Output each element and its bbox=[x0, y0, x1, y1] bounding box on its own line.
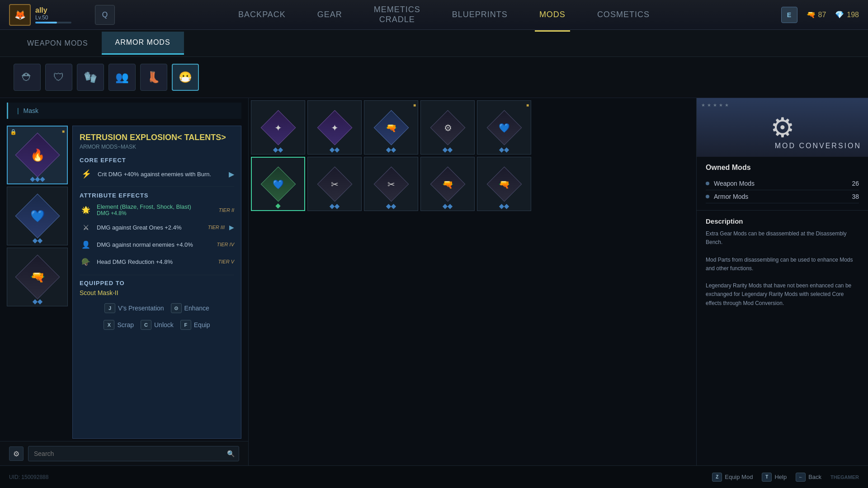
nav-item-memetics[interactable]: MEMETICSCRADLE bbox=[369, 3, 425, 27]
corner-mark-1-5: ■ bbox=[526, 103, 529, 108]
top-navigation: 🦊 ally Lv.50 Q BACKPACK GEAR MEMETICSCRA… bbox=[0, 0, 868, 30]
description-section: Description Extra Gear Mods can be disas… bbox=[697, 211, 868, 466]
back-button[interactable]: ← Back bbox=[796, 473, 821, 482]
equip-mod-button[interactable]: Z Equip Mod bbox=[712, 473, 753, 482]
star-row: ★★★★★ bbox=[701, 103, 729, 108]
mod-grid: 🔒 ■ 🔥 💙 bbox=[0, 123, 248, 441]
mod-subtitle: ARMOR MODS~MASK bbox=[80, 144, 234, 150]
mod-diamond-2: 💙 bbox=[15, 194, 60, 239]
nav-item-mods[interactable]: MODS bbox=[535, 8, 570, 22]
uid-text: UID: 150092888 bbox=[9, 474, 48, 480]
grid-cell-2-1[interactable]: 💙 bbox=[251, 157, 305, 211]
attr-icon-1: 🌟 bbox=[80, 204, 92, 216]
grid-row-2: 💙 ✂ ✂ bbox=[251, 157, 694, 211]
currency-1-icon: 🔫 bbox=[807, 10, 816, 19]
attr-content-1: Element (Blaze, Frost, Shock, Blast) DMG… bbox=[97, 203, 214, 216]
cat-body[interactable]: 🛡 bbox=[45, 64, 72, 91]
tier-badge-4: TIER V bbox=[218, 259, 234, 264]
equip-btn[interactable]: F Equip bbox=[180, 320, 210, 330]
cat-head[interactable]: ⛑ bbox=[14, 64, 41, 91]
attr-name-2: DMG against Great Ones +2.4% bbox=[97, 224, 203, 231]
core-effect-header: CORE EFFECT bbox=[80, 157, 234, 164]
mod-title: RETRUSION EXPLOSION< TALENTS> bbox=[80, 133, 234, 142]
bottom-actions: Z Equip Mod T Help ← Back THEGAMER bbox=[712, 473, 859, 482]
currency-1: 🔫 87 bbox=[807, 10, 826, 19]
center-grid: ✦ ✦ ■ 🔫 bbox=[249, 98, 696, 466]
grid-cell-2-5[interactable]: 🔫 bbox=[477, 157, 531, 211]
filter-icon[interactable]: ⚙ bbox=[9, 446, 24, 461]
grid-dots-1-1 bbox=[274, 148, 283, 152]
core-effect-text: Crit DMG +40% against enemies with Burn. bbox=[98, 171, 211, 178]
nav-item-blueprints[interactable]: BLUEPRINTS bbox=[448, 8, 512, 22]
grid-cell-1-2[interactable]: ✦ bbox=[307, 100, 362, 155]
e-button[interactable]: E bbox=[781, 7, 797, 23]
mod-item-selected[interactable]: 🔒 ■ 🔥 bbox=[7, 126, 68, 184]
attr-icon-3: 👤 bbox=[80, 238, 92, 251]
nav-item-backpack[interactable]: BACKPACK bbox=[234, 8, 290, 22]
scrap-btn[interactable]: X Scrap bbox=[104, 320, 134, 330]
grid-diamond-2-4: 🔫 bbox=[430, 166, 465, 202]
grid-diamond-1-5: 💙 bbox=[486, 110, 522, 145]
search-input-wrap: 🔍 bbox=[28, 446, 239, 461]
grid-dots-2-4 bbox=[443, 205, 452, 208]
tab-weapon-mods[interactable]: WEAPON MODS bbox=[14, 33, 102, 54]
equip-key: F bbox=[180, 320, 191, 330]
cat-legs[interactable]: 👢 bbox=[140, 64, 167, 91]
mod-column: 🔒 ■ 🔥 💙 bbox=[7, 126, 70, 439]
level-bar bbox=[35, 22, 71, 23]
attr-row-4: 🪖 Head DMG Reduction +4.8% TIER V bbox=[80, 255, 234, 268]
search-icon: 🔍 bbox=[227, 450, 235, 457]
owned-label-armor-mods: Armor Mods bbox=[714, 193, 852, 200]
grid-diamond-2-2: ✂ bbox=[317, 166, 352, 202]
grid-cell-1-4[interactable]: ⚙ bbox=[420, 100, 475, 155]
action-bar: J V's Presentation ⊙ Enhance bbox=[80, 296, 234, 320]
cat-mask[interactable]: 😷 bbox=[172, 64, 199, 91]
search-input[interactable] bbox=[28, 446, 239, 461]
help-label: Help bbox=[774, 474, 787, 480]
tab-armor-mods[interactable]: ARMOR MODS bbox=[102, 32, 184, 55]
owned-count-armor-mods: 38 bbox=[852, 193, 859, 200]
mod-item-2[interactable]: 💙 bbox=[7, 187, 68, 245]
currency-2-icon: 💎 bbox=[835, 10, 844, 19]
search-bar: ⚙ 🔍 bbox=[0, 441, 248, 466]
unlock-btn[interactable]: C Unlock bbox=[141, 320, 174, 330]
mod-diamond-selected: 🔥 bbox=[15, 133, 60, 178]
mod-dots-2 bbox=[33, 239, 42, 243]
owned-row-armor-mods: Armor Mods 38 bbox=[706, 190, 859, 203]
enhance-btn[interactable]: ⊙ Enhance bbox=[171, 303, 209, 313]
unlock-key: C bbox=[141, 320, 151, 330]
q-button[interactable]: Q bbox=[95, 5, 115, 25]
category-row: ⛑ 🛡 🧤 👥 👢 😷 bbox=[0, 57, 868, 98]
description-title: Description bbox=[706, 217, 859, 225]
cat-hands[interactable]: 🧤 bbox=[77, 64, 104, 91]
attr-row-1: 🌟 Element (Blaze, Frost, Shock, Blast) D… bbox=[80, 203, 234, 216]
unlock-label: Unlock bbox=[154, 321, 174, 328]
tier-badge-1: TIER II bbox=[219, 207, 234, 213]
mod-diamond-3: 🔫 bbox=[15, 255, 60, 300]
grid-diamond-2-5: 🔫 bbox=[486, 166, 522, 202]
nav-item-cosmetics[interactable]: COSMETICS bbox=[593, 8, 654, 22]
grid-cell-1-3[interactable]: ■ 🔫 bbox=[364, 100, 418, 155]
cat-team[interactable]: 👥 bbox=[108, 64, 136, 91]
grid-cell-1-1[interactable]: ✦ bbox=[251, 100, 305, 155]
help-key: T bbox=[762, 473, 772, 482]
attr-content-3: DMG against normal enemies +4.0% bbox=[97, 241, 212, 248]
grid-cell-1-5[interactable]: ■ 💙 bbox=[477, 100, 531, 155]
grid-dots-2-1 bbox=[276, 204, 280, 208]
player-name: ally bbox=[35, 6, 71, 14]
bottom-bar: UID: 150092888 Z Equip Mod T Help ← Back… bbox=[0, 465, 868, 488]
grid-cell-2-3[interactable]: ✂ bbox=[364, 157, 418, 211]
attr-row-3: 👤 DMG against normal enemies +4.0% TIER … bbox=[80, 238, 234, 251]
grid-cell-2-4[interactable]: 🔫 bbox=[420, 157, 475, 211]
corner-mark-1-3: ■ bbox=[413, 103, 416, 108]
mod-item-3[interactable]: 🔫 bbox=[7, 248, 68, 306]
help-button[interactable]: T Help bbox=[762, 473, 787, 482]
vs-presentation-btn[interactable]: J V's Presentation bbox=[104, 303, 164, 313]
description-text: Extra Gear Mods can be disassembled at t… bbox=[706, 230, 859, 308]
grid-cell-2-2[interactable]: ✂ bbox=[307, 157, 362, 211]
vs-key: J bbox=[104, 303, 115, 313]
scrap-label: Scrap bbox=[117, 321, 134, 328]
attr-content-4: Head DMG Reduction +4.8% bbox=[97, 258, 214, 265]
nav-item-gear[interactable]: GEAR bbox=[313, 8, 347, 22]
back-label: Back bbox=[808, 474, 821, 480]
